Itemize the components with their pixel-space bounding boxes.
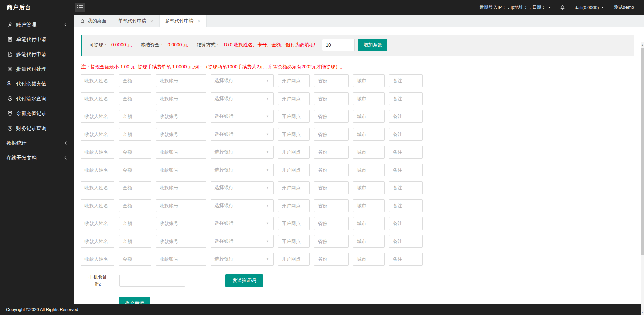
row-count-input[interactable] (322, 39, 355, 51)
amount-input[interactable] (119, 110, 151, 123)
branch-input[interactable] (278, 146, 310, 159)
city-input[interactable] (353, 110, 385, 123)
sidebar-item-finance-records-query[interactable]: $财务记录查询 (0, 121, 74, 136)
account-input[interactable] (156, 74, 206, 87)
branch-input[interactable] (278, 128, 310, 141)
close-icon[interactable]: × (150, 19, 154, 24)
sidebar-item-multi-payment-request[interactable]: 多笔代付申请 (0, 47, 74, 62)
province-input[interactable] (314, 128, 349, 141)
account-input[interactable] (156, 253, 206, 266)
close-icon[interactable]: × (198, 19, 201, 24)
province-input[interactable] (314, 199, 349, 212)
bank-select[interactable]: 选择银行▼ (211, 235, 274, 248)
sidebar-item-payment-flow-query[interactable]: 代付流水查询 (0, 91, 74, 106)
remark-input[interactable] (389, 253, 423, 266)
scrollbar[interactable]: ▲ ▼ (641, 42, 644, 315)
city-input[interactable] (353, 199, 385, 212)
city-input[interactable] (353, 92, 385, 105)
province-input[interactable] (314, 110, 349, 123)
province-input[interactable] (314, 253, 349, 266)
sidebar-item-data-statistics[interactable]: 数据统计 (0, 136, 74, 150)
scroll-down-icon[interactable]: ▼ (641, 310, 644, 314)
payee-name-input[interactable] (81, 253, 114, 266)
scroll-up-icon[interactable]: ▲ (641, 42, 644, 47)
account-input[interactable] (156, 128, 206, 141)
payee-name-input[interactable] (81, 164, 114, 176)
account-input[interactable] (156, 164, 206, 176)
city-input[interactable] (353, 128, 385, 141)
tab-single-payment-request[interactable]: 单笔代付申请× (112, 15, 160, 27)
bank-select[interactable]: 选择银行▼ (211, 110, 274, 123)
sidebar-item-single-payment-request[interactable]: 单笔代付申请 (0, 32, 74, 47)
city-input[interactable] (353, 181, 385, 194)
amount-input[interactable] (119, 235, 151, 248)
remark-input[interactable] (389, 181, 423, 194)
user-dropdown[interactable]: daili(0.0000) ▼ (575, 5, 604, 10)
payee-name-input[interactable] (81, 181, 114, 194)
remark-input[interactable] (389, 164, 423, 176)
bank-select[interactable]: 选择银行▼ (211, 128, 274, 141)
branch-input[interactable] (278, 110, 310, 123)
bank-select[interactable]: 选择银行▼ (211, 253, 274, 266)
bank-select[interactable]: 选择银行▼ (211, 146, 274, 159)
city-input[interactable] (353, 253, 385, 266)
bank-select[interactable]: 选择银行▼ (211, 74, 274, 87)
account-input[interactable] (156, 235, 206, 248)
account-input[interactable] (156, 199, 206, 212)
city-input[interactable] (353, 235, 385, 248)
branch-input[interactable] (278, 92, 310, 105)
branch-input[interactable] (278, 199, 310, 212)
payee-name-input[interactable] (81, 199, 114, 212)
account-input[interactable] (156, 92, 206, 105)
province-input[interactable] (314, 181, 349, 194)
sidebar-toggle-button[interactable] (75, 3, 85, 12)
remark-input[interactable] (389, 146, 423, 159)
sidebar-item-balance-recharge-records[interactable]: 余额充值记录 (0, 106, 74, 121)
branch-input[interactable] (278, 217, 310, 230)
remark-input[interactable] (389, 92, 423, 105)
remark-input[interactable] (389, 235, 423, 248)
amount-input[interactable] (119, 181, 151, 194)
amount-input[interactable] (119, 128, 151, 141)
add-rows-button[interactable]: 增加条数 (358, 39, 387, 51)
city-input[interactable] (353, 74, 385, 87)
amount-input[interactable] (119, 253, 151, 266)
province-input[interactable] (314, 74, 349, 87)
tab-my-desktop[interactable]: 我的桌面 (74, 15, 112, 27)
notification-bell-icon[interactable] (560, 5, 565, 10)
province-input[interactable] (314, 217, 349, 230)
payee-name-input[interactable] (81, 217, 114, 230)
city-input[interactable] (353, 217, 385, 230)
province-input[interactable] (314, 164, 349, 176)
amount-input[interactable] (119, 164, 151, 176)
sms-code-input[interactable] (119, 275, 185, 287)
bank-select[interactable]: 选择银行▼ (211, 199, 274, 212)
branch-input[interactable] (278, 164, 310, 176)
amount-input[interactable] (119, 146, 151, 159)
remark-input[interactable] (389, 199, 423, 212)
sidebar-item-account-management[interactable]: 账户管理 (0, 17, 74, 32)
tab-multi-payment-request[interactable]: 多笔代付申请× (160, 15, 207, 27)
amount-input[interactable] (119, 217, 151, 230)
amount-input[interactable] (119, 74, 151, 87)
remark-input[interactable] (389, 217, 423, 230)
branch-input[interactable] (278, 253, 310, 266)
account-input[interactable] (156, 181, 206, 194)
bank-select[interactable]: 选择银行▼ (211, 217, 274, 230)
amount-input[interactable] (119, 199, 151, 212)
scrollbar-thumb[interactable] (641, 48, 644, 255)
sidebar-item-online-dev-docs[interactable]: 在线开发文档 (0, 150, 74, 165)
chevron-down-icon[interactable]: ▼ (548, 6, 551, 9)
account-input[interactable] (156, 146, 206, 159)
sidebar-item-batch-payment-process[interactable]: 批量代付处理 (0, 62, 74, 76)
payee-name-input[interactable] (81, 92, 114, 105)
remark-input[interactable] (389, 110, 423, 123)
bank-select[interactable]: 选择银行▼ (211, 92, 274, 105)
payee-name-input[interactable] (81, 110, 114, 123)
city-input[interactable] (353, 164, 385, 176)
branch-input[interactable] (278, 235, 310, 248)
send-code-button[interactable]: 发送验证码 (225, 274, 263, 287)
province-input[interactable] (314, 146, 349, 159)
account-input[interactable] (156, 217, 206, 230)
account-input[interactable] (156, 110, 206, 123)
